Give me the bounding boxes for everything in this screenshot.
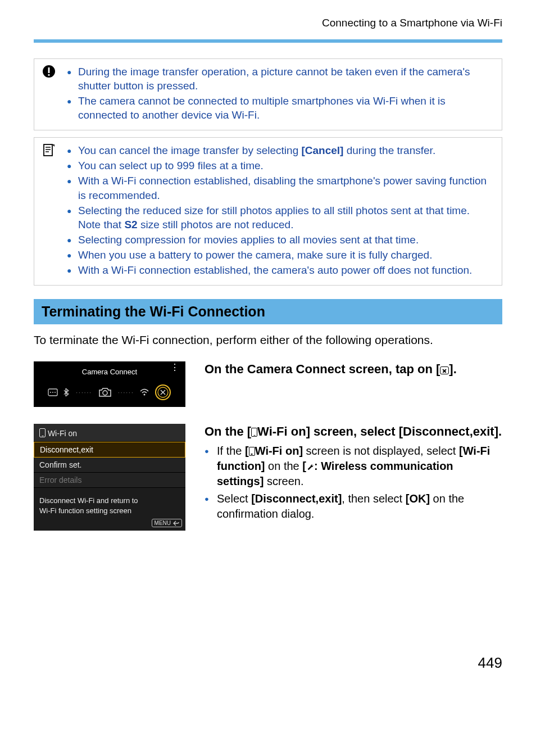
note-item: You can select up to 999 files at a time… [67, 159, 492, 173]
warning-item: During the image transfer operation, a p… [67, 65, 492, 93]
card-icon [48, 388, 58, 396]
note-item: Selecting the reduced size for still pho… [67, 203, 492, 232]
note-item: You can cancel the image transfer by sel… [67, 143, 492, 157]
phone-icon [249, 447, 255, 456]
svg-point-12 [103, 391, 107, 395]
wifi-on-menu-item: Error details [34, 473, 185, 488]
camera-connect-title: Camera Connect [82, 368, 137, 376]
section-heading: Terminating the Wi-Fi Connection [34, 299, 502, 324]
phone-icon [39, 428, 46, 437]
step-row-2: Wi-Fi on Disconnect,exitConfirm set.Erro… [34, 424, 502, 531]
note-item: With a Wi-Fi connection established, the… [67, 263, 492, 277]
more-icon: ⋮ [170, 365, 179, 370]
phone-icon [251, 428, 257, 437]
wifi-on-figure: Wi-Fi on Disconnect,exitConfirm set.Erro… [34, 424, 185, 531]
svg-rect-1 [48, 67, 50, 73]
svg-rect-3 [44, 144, 52, 156]
close-box-icon [440, 366, 449, 374]
separator-dots: ······ [118, 390, 134, 396]
note-item: Selecting compression for movies applies… [67, 233, 492, 247]
wifi-on-menu-item: Disconnect,exit [34, 442, 185, 458]
note-callout: You can cancel the image transfer by sel… [34, 137, 502, 286]
wifi-on-menu-item: Confirm set. [34, 458, 185, 473]
warning-item: The camera cannot be connected to multip… [67, 94, 492, 122]
menu-back-badge: MENU [34, 518, 185, 531]
step2-bullet-2: Select [Disconnect,exit], then select [O… [205, 491, 502, 522]
intro-paragraph: To terminate the Wi-Fi connection, perfo… [34, 332, 502, 348]
step2-heading: On the [Wi-Fi on] screen, select [Discon… [205, 424, 502, 440]
step-row-1: Camera Connect ⋮ ······ ······ On the Ca… [34, 361, 502, 407]
step2-bullet-1: If the [Wi-Fi on] screen is not displaye… [205, 443, 502, 489]
wifi-on-description: Disconnect Wi-Fi and return to Wi-Fi fun… [34, 488, 185, 518]
svg-point-9 [50, 392, 51, 393]
step1-heading: On the Camera Connect screen, tap on []. [205, 361, 502, 378]
chapter-title: Connecting to a Smartphone via Wi-Fi [0, 0, 536, 29]
svg-point-13 [143, 394, 145, 396]
separator-dots: ······ [76, 390, 92, 396]
note-item: When you use a battery to power the came… [67, 248, 492, 262]
note-item: With a Wi-Fi connection established, dis… [67, 174, 492, 202]
svg-rect-2 [48, 74, 50, 76]
caution-icon [42, 65, 56, 78]
svg-point-10 [52, 392, 53, 393]
bluetooth-icon [63, 387, 70, 397]
note-icon [42, 143, 56, 157]
camera-connect-figure: Camera Connect ⋮ ······ ······ [34, 361, 185, 407]
camera-icon [98, 387, 112, 398]
wrench-icon [306, 463, 314, 471]
wifi-icon [140, 388, 149, 396]
back-icon [172, 520, 179, 526]
warning-callout: During the image transfer operation, a p… [34, 58, 502, 130]
disconnect-circle-icon [155, 384, 171, 401]
wifi-on-title: Wi-Fi on [34, 424, 185, 442]
divider [34, 39, 502, 43]
page-number: 449 [0, 654, 502, 672]
svg-point-11 [54, 392, 56, 393]
